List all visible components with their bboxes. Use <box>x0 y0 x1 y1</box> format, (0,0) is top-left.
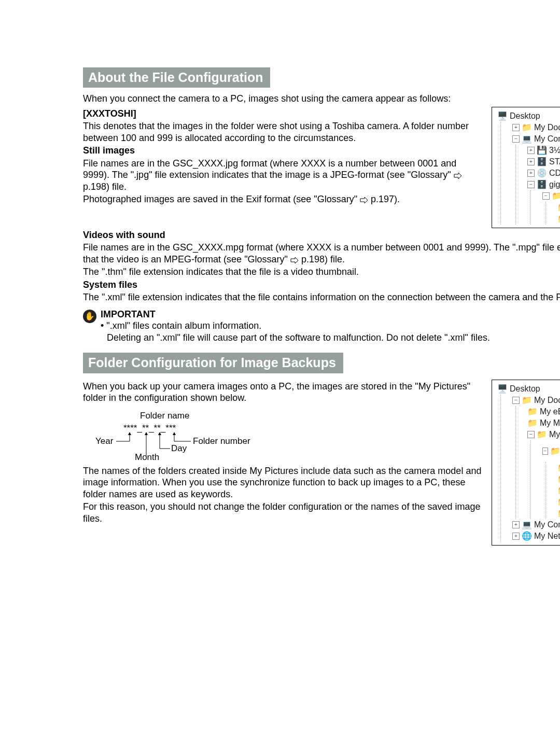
expand-icon: + <box>512 521 520 528</box>
collapse-icon: − <box>542 192 550 200</box>
p-backup-intro: When you back up your camera images onto… <box>83 381 485 404</box>
p-backup-3: For this reason, you should not change t… <box>83 501 485 524</box>
folder-icon: 📁 <box>537 429 547 440</box>
p-videos-b: The ".thm" file extension indicates that… <box>83 266 560 278</box>
folder-icon: 📁 <box>557 202 560 213</box>
desktop-icon: 🖥️ <box>497 111 508 121</box>
folder-icon: 📁 <box>522 395 532 406</box>
pointer-icon <box>290 257 299 263</box>
collapse-icon: − <box>527 431 535 438</box>
expand-icon: + <box>527 158 535 165</box>
folder-icon: 📁 <box>557 463 560 473</box>
expand-icon: + <box>527 147 535 154</box>
important-icon: ✋ <box>83 310 96 323</box>
example-tree-2: 🖥️Desktop −📁My Documents 📁My eBooks 📁My … <box>492 380 560 546</box>
collapse-icon: − <box>527 181 535 188</box>
folder-icon: 📁 <box>527 418 538 428</box>
p-still-b: Photographed images are saved in the Exi… <box>83 193 485 205</box>
floppy-icon: 💾 <box>537 145 547 156</box>
intro-text: When you connect the camera to a PC, ima… <box>83 93 560 105</box>
expand-icon: + <box>527 170 535 177</box>
folder-icon: 📁 <box>557 497 560 507</box>
collapse-icon: − <box>512 397 520 404</box>
important-bullet: • ".xml" files contain album information… <box>101 320 560 332</box>
expand-icon: + <box>512 533 520 540</box>
svg-text:****_**_**_***: ****_**_**_*** <box>123 423 176 433</box>
p-still-a: File names are in the GSC_XXXX.jpg forma… <box>83 158 485 193</box>
sub-still: Still images <box>83 145 485 157</box>
network-icon: 🌐 <box>522 531 532 541</box>
computer-icon: 💻 <box>522 134 532 144</box>
collapse-icon: − <box>542 448 548 455</box>
folder-icon: 📁 <box>557 485 560 496</box>
folder-icon: 📁 <box>552 191 560 201</box>
folder-icon: 📁 <box>527 407 538 417</box>
svg-text:Day: Day <box>171 443 187 453</box>
p-backup-2: The names of the folders created inside … <box>83 465 485 500</box>
sub-xxxtoshi: [XXXTOSHI] <box>83 108 485 120</box>
folder-icon: 📁 <box>550 446 560 456</box>
expand-icon: + <box>512 124 520 131</box>
folder-icon: 📁 <box>557 508 560 519</box>
p-videos-a: File names are in the GSC_XXXX.mpg forma… <box>83 242 560 265</box>
important-heading: IMPORTANT <box>101 309 560 320</box>
svg-text:Folder number: Folder number <box>193 436 250 446</box>
folder-icon: 📁 <box>557 474 560 484</box>
heading-file-config: About the File Configuration <box>83 67 270 88</box>
desktop-icon: 🖥️ <box>497 384 508 394</box>
svg-text:Year: Year <box>95 436 114 446</box>
p-xxxtoshi: This denotes that the images in the fold… <box>83 120 485 144</box>
heading-folder-config: Folder Configuration for Image Backups <box>83 353 343 373</box>
sub-system: System files <box>83 279 560 291</box>
cd-icon: 💿 <box>537 168 547 178</box>
pointer-icon <box>360 197 368 203</box>
folder-icon: 📁 <box>522 122 532 133</box>
sub-videos: Videos with sound <box>83 229 560 241</box>
pointer-icon <box>454 173 462 179</box>
folder-name-diagram: Folder name ****_**_**_*** Year Month Da… <box>93 411 485 461</box>
example-tree-1: Example 🖥️Desktop +📁My Documents −💻My Co… <box>492 107 560 228</box>
folder-icon: 📁 <box>557 214 560 224</box>
p-system: The ".xml" file extension indicates that… <box>83 291 560 303</box>
important-text: Deleting an ".xml" file will cause part … <box>101 332 560 344</box>
collapse-icon: − <box>512 135 520 143</box>
svg-text:Folder name: Folder name <box>140 411 189 421</box>
computer-icon: 💻 <box>522 520 532 530</box>
svg-text:Month: Month <box>135 452 159 461</box>
hdd-icon: 🗄️ <box>537 179 547 190</box>
drive-icon: 🗄️ <box>537 157 547 167</box>
